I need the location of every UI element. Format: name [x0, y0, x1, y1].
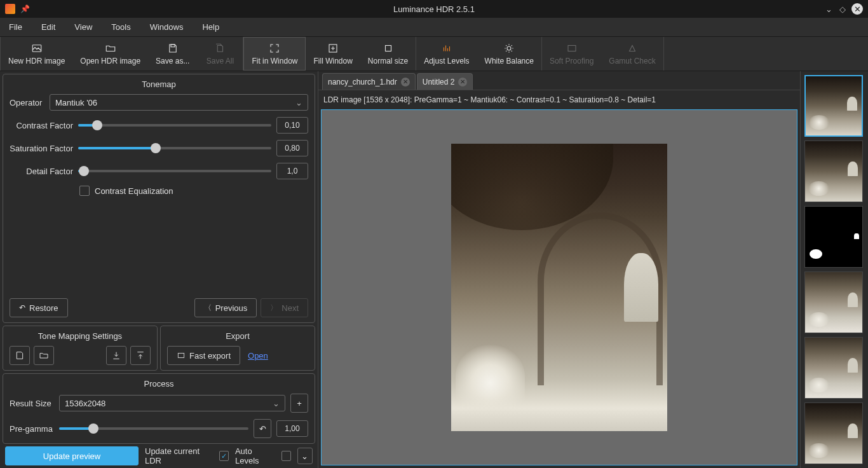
- export-panel: Export Fast export Open: [160, 326, 315, 371]
- tonemap-title: Tonemap: [10, 79, 308, 89]
- save-icon: [167, 43, 179, 54]
- maximize-icon[interactable]: ◇: [837, 4, 848, 14]
- svg-rect-5: [568, 45, 576, 51]
- process-title: Process: [10, 379, 308, 389]
- thumbnail-4[interactable]: [804, 272, 863, 333]
- menu-tools[interactable]: Tools: [107, 20, 134, 34]
- thumbnail-6[interactable]: [804, 403, 863, 464]
- adjust-levels-button[interactable]: Adjust Levels: [416, 37, 477, 71]
- app-icon: [5, 4, 15, 14]
- normal-size-icon: [383, 43, 394, 54]
- detail-value[interactable]: 1,0: [276, 163, 308, 179]
- tms-export-button[interactable]: [130, 346, 151, 365]
- save-all-button: Save All: [197, 37, 243, 71]
- svg-rect-6: [178, 354, 184, 358]
- tms-title: Tone Mapping Settings: [10, 331, 151, 341]
- left-panel: Tonemap Operator Mantiuk '06 Contrast Fa…: [0, 71, 318, 468]
- auto-levels-checkbox[interactable]: [281, 451, 291, 461]
- detail-slider[interactable]: [78, 170, 271, 172]
- process-panel: Process Result Size 1536x2048 + Pre-gamm…: [3, 373, 315, 444]
- menubar: File Edit View Tools Windows Help: [0, 18, 868, 37]
- chevron-left-icon: 〈: [204, 303, 212, 313]
- auto-levels-label: Auto Levels: [235, 446, 275, 465]
- minimize-icon[interactable]: ⌄: [824, 4, 834, 14]
- tms-panel: Tone Mapping Settings: [3, 326, 158, 371]
- thumbnail-3[interactable]: [804, 206, 863, 268]
- contrast-slider[interactable]: [78, 124, 271, 127]
- update-preview-button[interactable]: Update preview: [5, 446, 139, 465]
- proof-icon: [566, 43, 578, 54]
- chevron-right-icon: 〉: [270, 303, 278, 313]
- operator-select[interactable]: Mantiuk '06: [50, 94, 308, 111]
- menu-view[interactable]: View: [71, 20, 96, 34]
- image-plus-icon: [31, 43, 43, 54]
- thumbnail-5[interactable]: [804, 337, 863, 399]
- window-title: Luminance HDR 2.5.1: [393, 4, 475, 14]
- soft-proofing-button: Soft Proofing: [542, 37, 601, 71]
- document-tabs: nancy_church_1.hdr✕ Untitled 2✕: [318, 71, 800, 90]
- thumbnail-1[interactable]: [804, 75, 863, 137]
- auto-levels-menu-button[interactable]: ⌄: [297, 448, 313, 464]
- tab-close-icon[interactable]: ✕: [401, 78, 410, 86]
- saturation-slider[interactable]: [78, 147, 271, 149]
- export-open-link[interactable]: Open: [248, 351, 268, 361]
- fill-window-button[interactable]: Fill Window: [306, 37, 360, 71]
- titlebar: 📌 Luminance HDR 2.5.1 ⌄ ◇ ✕: [0, 0, 868, 18]
- svg-rect-3: [385, 45, 391, 51]
- new-hdr-button[interactable]: New HDR image: [1, 37, 72, 71]
- thumbnails-panel[interactable]: [801, 71, 868, 468]
- normal-size-button[interactable]: Normal size: [360, 37, 416, 71]
- tab-close-icon[interactable]: ✕: [458, 78, 467, 86]
- menu-windows[interactable]: Windows: [146, 20, 187, 34]
- contrast-label: Contrast Factor: [10, 121, 73, 130]
- menu-edit[interactable]: Edit: [37, 20, 59, 34]
- result-size-select[interactable]: 1536x2048: [59, 395, 285, 411]
- center-area: nancy_church_1.hdr✕ Untitled 2✕ LDR imag…: [318, 71, 801, 468]
- svg-point-4: [507, 46, 511, 50]
- save-as-button[interactable]: Save as...: [148, 37, 197, 71]
- preview-image: [451, 144, 667, 431]
- saturation-label: Saturation Factor: [10, 144, 73, 153]
- tms-import-button[interactable]: [106, 346, 126, 365]
- pregamma-slider[interactable]: [59, 427, 248, 430]
- folder-icon: [105, 43, 116, 54]
- thumbnail-2[interactable]: [804, 141, 863, 202]
- operator-label: Operator: [10, 98, 44, 107]
- tms-open-button[interactable]: [34, 346, 54, 365]
- pregamma-reset-button[interactable]: ↶: [254, 419, 271, 438]
- fit-icon: [269, 43, 280, 54]
- toolbar: New HDR image Open HDR image Save as... …: [0, 37, 868, 71]
- image-viewport[interactable]: [321, 109, 797, 465]
- tab-nancy-church[interactable]: nancy_church_1.hdr✕: [322, 73, 416, 90]
- tab-untitled-2[interactable]: Untitled 2✕: [417, 73, 473, 90]
- export-title: Export: [167, 331, 308, 341]
- menu-help[interactable]: Help: [198, 20, 223, 34]
- tonemap-panel: Tonemap Operator Mantiuk '06 Contrast Fa…: [3, 74, 315, 323]
- previous-button[interactable]: 〈Previous: [194, 298, 257, 317]
- contrast-eq-checkbox[interactable]: [79, 186, 90, 196]
- gamut-check-button: Gamut Check: [601, 37, 663, 71]
- close-icon[interactable]: ✕: [851, 3, 863, 15]
- menu-file[interactable]: File: [5, 20, 26, 34]
- detail-label: Detail Factor: [10, 167, 73, 176]
- gamut-icon: [627, 43, 638, 54]
- result-size-label: Result Size: [10, 399, 54, 408]
- pin-icon[interactable]: 📌: [20, 4, 30, 13]
- restore-button[interactable]: ↶Restore: [10, 298, 68, 317]
- saturation-value[interactable]: 0,80: [276, 140, 308, 156]
- fast-export-button[interactable]: Fast export: [167, 346, 240, 365]
- contrast-value[interactable]: 0,10: [276, 117, 308, 134]
- white-balance-button[interactable]: White Balance: [477, 37, 541, 71]
- tms-save-button[interactable]: [10, 346, 30, 365]
- result-size-plus-button[interactable]: +: [290, 394, 308, 413]
- update-current-checkbox[interactable]: [219, 451, 229, 461]
- open-hdr-button[interactable]: Open HDR image: [72, 37, 148, 71]
- pregamma-label: Pre-gamma: [10, 424, 54, 434]
- sun-icon: [503, 43, 515, 54]
- fit-window-button[interactable]: Fit in Window: [243, 37, 306, 71]
- pregamma-value[interactable]: 1,00: [276, 420, 308, 437]
- svg-rect-1: [171, 45, 175, 47]
- contrast-eq-label: Contrast Equalization: [95, 186, 173, 196]
- bottom-actions: Update preview Update current LDR Auto L…: [3, 446, 315, 465]
- fill-icon: [327, 43, 339, 54]
